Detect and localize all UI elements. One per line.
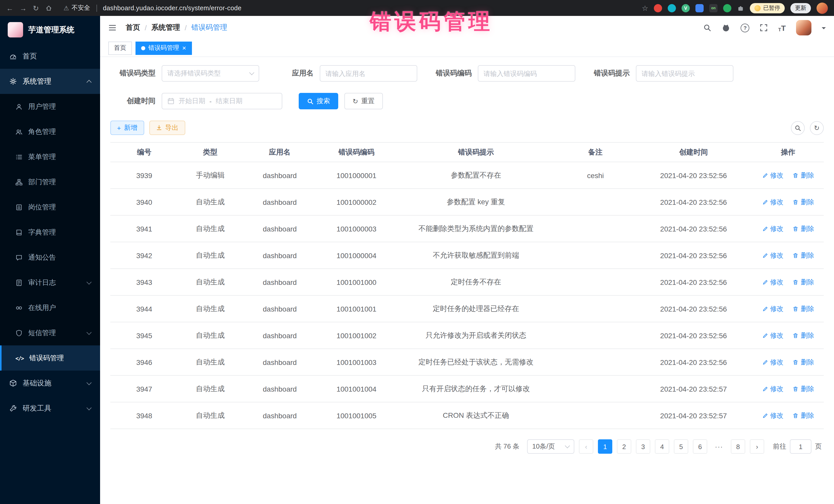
user-avatar[interactable]: [796, 20, 811, 36]
page-button-5[interactable]: 5: [674, 439, 688, 454]
extension-icon-red[interactable]: [654, 4, 662, 12]
more-pages-button[interactable]: ···: [712, 439, 726, 454]
security-indicator[interactable]: ⚠ 不安全: [63, 4, 90, 12]
sidebar-item-dept-management[interactable]: 部门管理: [0, 169, 100, 195]
home-button[interactable]: [45, 4, 52, 12]
sidebar-item-post-management[interactable]: 岗位管理: [0, 195, 100, 220]
page-button-6[interactable]: 6: [693, 439, 707, 454]
sidebar-item-infrastructure[interactable]: 基础设施: [0, 371, 100, 396]
page-button-1[interactable]: 1: [598, 439, 612, 454]
update-button[interactable]: 更新: [790, 3, 811, 13]
app-title: 芋道管理系统: [28, 25, 74, 35]
sidebar-item-error-code[interactable]: </> 错误码管理: [0, 345, 100, 371]
reload-button[interactable]: ↻: [33, 4, 39, 12]
refresh-button[interactable]: ↻: [810, 121, 824, 135]
edit-link[interactable]: 修改: [762, 171, 784, 180]
delete-link[interactable]: 删除: [793, 357, 814, 367]
breadcrumb-home[interactable]: 首页: [126, 23, 140, 32]
edit-link[interactable]: 修改: [762, 278, 784, 287]
puzzle-icon[interactable]: [737, 4, 744, 12]
link-label: 删除: [801, 411, 814, 420]
chevron-down-icon[interactable]: [822, 27, 826, 31]
extension-icon-teal[interactable]: [668, 4, 676, 12]
sidebar-item-dev-tools[interactable]: 研发工具: [0, 396, 100, 421]
sidebar-item-online-users[interactable]: 在线用户: [0, 295, 100, 320]
delete-link[interactable]: 删除: [793, 304, 814, 313]
cell-actions: 修改 删除: [752, 295, 824, 322]
tab-home[interactable]: 首页: [108, 41, 132, 54]
breadcrumb-system[interactable]: 系统管理: [151, 23, 180, 32]
page-button-3[interactable]: 3: [636, 439, 650, 454]
goto-page-input[interactable]: [790, 439, 811, 454]
url-bar[interactable]: dashboard.yudao.iocoder.cn/system/error-…: [103, 4, 241, 12]
page-button-8[interactable]: 8: [731, 439, 745, 454]
extension-icon-blue[interactable]: [696, 4, 704, 12]
edit-link[interactable]: 修改: [762, 384, 784, 393]
sidebar-item-dict-management[interactable]: 字典管理: [0, 220, 100, 245]
sidebar-item-home[interactable]: 首页: [0, 44, 100, 69]
reset-button[interactable]: ↻ 重置: [344, 93, 383, 109]
error-msg-input[interactable]: [636, 65, 733, 82]
page-size-select[interactable]: 10条/页: [527, 439, 574, 454]
edit-link[interactable]: 修改: [762, 411, 784, 420]
sidebar-item-role-management[interactable]: 角色管理: [0, 119, 100, 144]
bookmark-star-icon[interactable]: ☆: [642, 4, 648, 12]
prev-page-button[interactable]: ‹: [579, 439, 593, 454]
sidebar-item-menu-management[interactable]: 菜单管理: [0, 144, 100, 169]
filter-error-code: 错误码编码: [426, 65, 575, 82]
filter-label: 创建时间: [110, 96, 155, 106]
forward-button[interactable]: →: [20, 4, 27, 12]
help-icon[interactable]: ?: [741, 23, 750, 32]
edit-link[interactable]: 修改: [762, 304, 784, 313]
app-logo[interactable]: 芋道管理系统: [0, 16, 100, 44]
delete-link[interactable]: 删除: [793, 251, 814, 260]
delete-link[interactable]: 删除: [793, 278, 814, 287]
sidebar-item-user-management[interactable]: 用户管理: [0, 94, 100, 119]
edit-link[interactable]: 修改: [762, 224, 784, 233]
profile-paused-chip[interactable]: 已暂停: [750, 3, 785, 13]
export-button[interactable]: 导出: [149, 120, 185, 135]
error-type-select[interactable]: 请选择错误码类型: [162, 65, 259, 82]
menu-fold-icon[interactable]: [108, 24, 116, 32]
sidebar-item-notice[interactable]: 通知公告: [0, 245, 100, 270]
fullscreen-icon[interactable]: [760, 24, 768, 32]
edit-link[interactable]: 修改: [762, 197, 784, 206]
cell-actions: 修改 删除: [752, 349, 824, 375]
app-name-input[interactable]: [320, 65, 417, 82]
delete-link[interactable]: 删除: [793, 384, 814, 393]
toggle-search-button[interactable]: [791, 121, 805, 135]
delete-link[interactable]: 删除: [793, 411, 814, 420]
tab-error-code[interactable]: 错误码管理 ×: [135, 41, 192, 54]
cell-type: 自动生成: [178, 402, 242, 429]
sidebar-item-system-management[interactable]: 系统管理: [0, 69, 100, 94]
sidebar-item-sms-management[interactable]: 短信管理: [0, 320, 100, 345]
edit-link[interactable]: 修改: [762, 251, 784, 260]
search-icon[interactable]: [703, 24, 711, 32]
browser-avatar[interactable]: [816, 2, 828, 14]
vue-devtools-icon[interactable]: V: [682, 4, 690, 12]
github-icon[interactable]: [722, 23, 730, 32]
delete-link[interactable]: 删除: [793, 171, 814, 180]
edit-link[interactable]: 修改: [762, 357, 784, 367]
sidebar-item-audit-log[interactable]: 审计日志: [0, 270, 100, 295]
extension-icon-green[interactable]: [723, 4, 731, 12]
date-range-picker[interactable]: 开始日期 - 结束日期: [162, 93, 282, 109]
delete-link[interactable]: 删除: [793, 197, 814, 206]
error-code-input[interactable]: [478, 65, 575, 82]
page-button-2[interactable]: 2: [617, 439, 631, 454]
extension-icon-switch[interactable]: on: [709, 4, 718, 12]
cell-msg: 不允许获取敏感配置到前端: [396, 242, 556, 269]
next-page-button[interactable]: ›: [750, 439, 764, 454]
close-icon[interactable]: ×: [182, 45, 186, 51]
page-button-4[interactable]: 4: [655, 439, 669, 454]
link-label: 删除: [801, 197, 814, 206]
add-button[interactable]: + 新增: [110, 120, 144, 135]
link-label: 修改: [770, 357, 784, 367]
back-button[interactable]: ←: [6, 4, 13, 12]
delete-link[interactable]: 删除: [793, 224, 814, 233]
search-button[interactable]: 搜索: [299, 93, 338, 109]
delete-link[interactable]: 删除: [793, 331, 814, 340]
font-size-icon[interactable]: TT: [778, 23, 786, 32]
trash-icon: [793, 412, 799, 419]
edit-link[interactable]: 修改: [762, 331, 784, 340]
